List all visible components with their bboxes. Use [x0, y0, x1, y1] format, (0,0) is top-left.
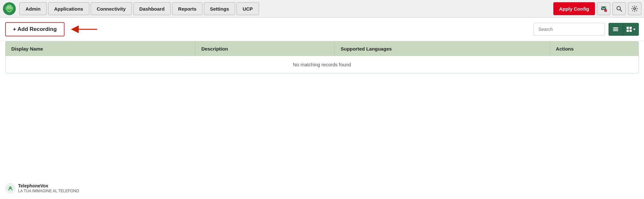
svg-rect-19 — [629, 27, 632, 29]
app-logo — [3, 2, 16, 15]
nav-settings[interactable]: Settings — [204, 2, 235, 15]
svg-rect-15 — [613, 27, 618, 28]
list-view-button[interactable] — [609, 23, 623, 36]
svg-rect-17 — [613, 30, 618, 31]
svg-point-13 — [634, 8, 636, 10]
empty-row: No matching records found — [5, 56, 639, 73]
gear-icon-button[interactable] — [628, 2, 641, 15]
nav-connectivity[interactable]: Connectivity — [91, 2, 132, 15]
col-description: Description — [196, 42, 335, 56]
svg-point-5 — [10, 7, 11, 8]
notification-icon-button[interactable]: ! — [597, 2, 610, 15]
col-supported-languages: Supported Languages — [335, 42, 550, 56]
search-input[interactable] — [534, 23, 605, 36]
apply-config-button[interactable]: Apply Config — [553, 2, 595, 15]
nav-dashboard[interactable]: Dashboard — [133, 2, 171, 15]
toolbar: + Add Recording — [0, 18, 644, 41]
svg-marker-22 — [633, 29, 636, 30]
svg-point-6 — [5, 7, 7, 10]
svg-point-7 — [11, 7, 13, 10]
add-recording-button[interactable]: + Add Recording — [5, 22, 65, 36]
search-icon-button[interactable] — [612, 2, 626, 15]
col-actions: Actions — [550, 42, 639, 56]
nav-reports[interactable]: Reports — [172, 2, 203, 15]
svg-rect-18 — [627, 27, 629, 29]
recordings-table: Display Name Description Supported Langu… — [5, 41, 639, 73]
view-toggle-group — [609, 23, 639, 36]
svg-line-12 — [620, 10, 622, 11]
svg-text:!: ! — [605, 10, 606, 12]
col-display-name: Display Name — [5, 42, 196, 56]
svg-point-4 — [8, 7, 8, 8]
arrow-annotation — [70, 23, 99, 36]
svg-rect-20 — [627, 30, 629, 32]
empty-message: No matching records found — [5, 56, 639, 73]
nav-ucp[interactable]: UCP — [236, 2, 259, 15]
grid-view-button[interactable] — [623, 23, 639, 36]
nav-admin[interactable]: Admin — [19, 2, 47, 15]
svg-rect-16 — [613, 29, 618, 30]
navbar: Admin Applications Connectivity Dashboar… — [0, 0, 644, 18]
svg-rect-21 — [629, 30, 632, 32]
nav-applications[interactable]: Applications — [48, 2, 89, 15]
